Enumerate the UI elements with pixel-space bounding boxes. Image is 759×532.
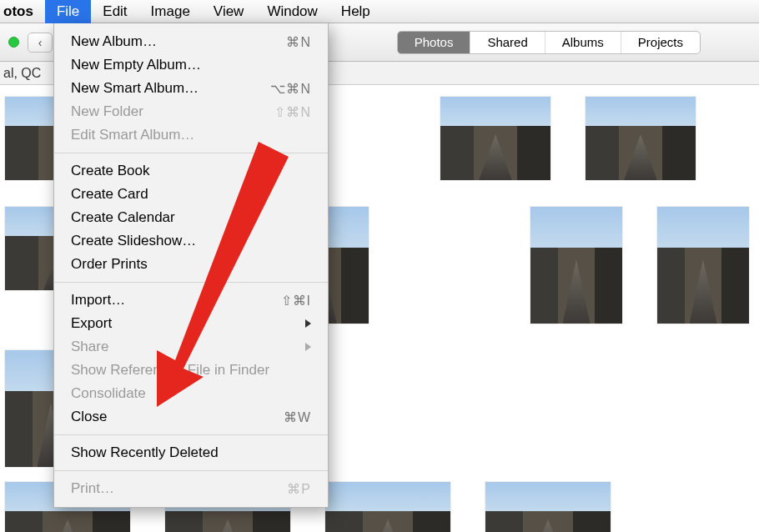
menu-item-shortcut: ⌥⌘N — [270, 81, 311, 97]
photo-thumbnail[interactable] — [440, 97, 550, 180]
segment-photos[interactable]: Photos — [398, 32, 470, 53]
menu-item: Edit Smart Album… — [54, 123, 328, 147]
menu-item[interactable]: Create Slideshow… — [54, 229, 328, 253]
nav-back-button[interactable]: ‹ — [28, 33, 53, 53]
menu-item-label: Create Card — [71, 186, 311, 203]
menubar-item-image[interactable]: Image — [139, 0, 202, 23]
photo-thumbnail[interactable] — [657, 207, 749, 324]
menubar-item-file[interactable]: File — [45, 0, 91, 23]
menu-item-label: New Empty Album… — [71, 57, 311, 73]
menu-item-label: Edit Smart Album… — [71, 127, 311, 143]
menu-item[interactable]: Create Card — [54, 183, 328, 206]
menu-item[interactable]: New Smart Album…⌥⌘N — [54, 77, 328, 100]
menu-item[interactable]: Create Calendar — [54, 206, 328, 229]
menu-separator — [54, 434, 328, 435]
menu-item-label: Consolidate — [71, 385, 311, 402]
menu-item-shortcut: ⇧⌘I — [281, 293, 311, 309]
segment-shared[interactable]: Shared — [470, 32, 544, 53]
menu-item[interactable]: Create Book — [54, 159, 328, 183]
menu-item-label: Create Calendar — [71, 209, 311, 226]
menu-item: Share — [54, 335, 328, 359]
window-traffic-light[interactable] — [8, 37, 19, 48]
submenu-arrow-icon — [305, 343, 311, 351]
menu-item[interactable]: Import…⇧⌘I — [54, 289, 328, 312]
menu-item-label: Share — [71, 339, 300, 355]
photo-thumbnail[interactable] — [530, 207, 622, 324]
menu-item-label: Print… — [71, 480, 287, 497]
menubar-item-view[interactable]: View — [202, 0, 256, 23]
menu-item-shortcut: ⌘P — [287, 481, 311, 497]
menu-item: Show Referenced File in Finder — [54, 359, 328, 382]
menu-item-label: Import… — [71, 292, 281, 309]
menu-item[interactable]: Export — [54, 312, 328, 335]
menubar-item-edit[interactable]: Edit — [91, 0, 138, 23]
file-menu-dropdown: New Album…⌘NNew Empty Album…New Smart Al… — [53, 23, 329, 508]
menu-item-shortcut: ⇧⌘N — [274, 104, 311, 120]
menu-item-label: New Smart Album… — [71, 80, 270, 97]
menu-item-label: Show Referenced File in Finder — [71, 362, 311, 379]
menu-item-label: New Album… — [71, 33, 286, 50]
photo-thumbnail[interactable] — [325, 482, 450, 532]
photo-thumbnail[interactable] — [586, 97, 696, 180]
menubar-item-window[interactable]: Window — [255, 0, 329, 23]
menu-item[interactable]: Order Prints — [54, 253, 328, 276]
segment-projects[interactable]: Projects — [621, 32, 700, 53]
menu-separator — [54, 153, 328, 153]
menu-item[interactable]: New Album…⌘N — [54, 30, 328, 53]
chevron-left-icon: ‹ — [38, 36, 43, 49]
menu-item-label: Close — [71, 409, 284, 425]
menu-item-shortcut: ⌘N — [286, 34, 311, 50]
menu-separator — [54, 282, 328, 283]
menu-item-label: Order Prints — [71, 256, 311, 273]
menu-item: New Folder⇧⌘N — [54, 100, 328, 123]
segment-albums[interactable]: Albums — [545, 32, 621, 53]
menu-item-label: Create Book — [71, 163, 311, 179]
menu-item-label: New Folder — [71, 103, 274, 120]
menu-separator — [54, 470, 328, 471]
menu-item: Print…⌘P — [54, 477, 328, 500]
menu-item-label: Create Slideshow… — [71, 233, 311, 249]
menu-item: Consolidate — [54, 382, 328, 405]
view-segmented-control: Photos Shared Albums Projects — [397, 31, 701, 54]
submenu-arrow-icon — [305, 319, 311, 328]
menu-item-label: Show Recently Deleted — [71, 444, 311, 461]
menu-item[interactable]: Show Recently Deleted — [54, 441, 328, 464]
menu-item-shortcut: ⌘W — [284, 409, 311, 425]
photo-thumbnail[interactable] — [485, 482, 611, 532]
menubar-app-name: otos — [0, 0, 45, 23]
menu-item-label: Export — [71, 315, 300, 332]
menu-item[interactable]: Close⌘W — [54, 405, 328, 429]
menubar-item-help[interactable]: Help — [329, 0, 382, 23]
menubar: otos File Edit Image View Window Help — [0, 0, 759, 23]
menu-item[interactable]: New Empty Album… — [54, 53, 328, 77]
